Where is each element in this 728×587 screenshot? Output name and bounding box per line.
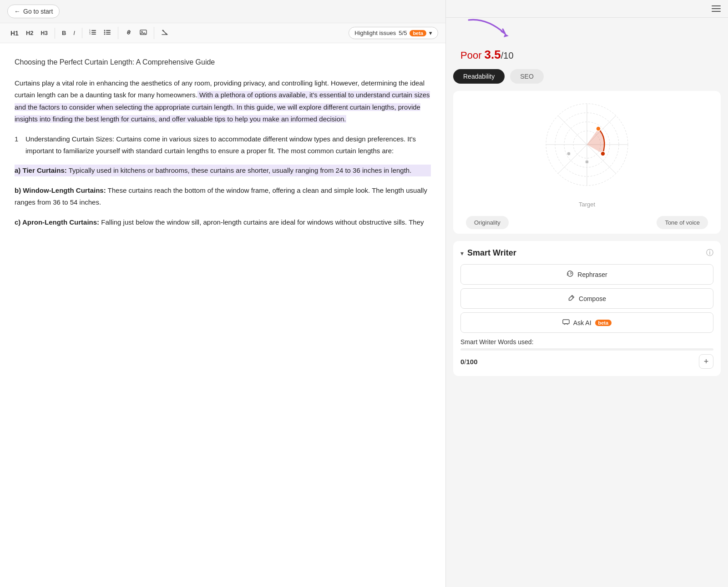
smart-writer-title: Smart Writer (467, 248, 516, 258)
list-item-1-text: Understanding Curtain Sizes: Curtains co… (25, 133, 431, 157)
rephraser-label: Rephraser (577, 271, 607, 278)
score-display: Poor 3.5/10 (460, 48, 717, 62)
link-button[interactable] (122, 27, 136, 39)
clear-format-button[interactable] (158, 27, 172, 39)
apron-text: Falling just below the window sill, apro… (99, 218, 424, 226)
svg-point-9 (104, 30, 105, 31)
compose-button[interactable]: Compose (460, 288, 713, 309)
svg-rect-6 (106, 30, 111, 31)
right-panel: Poor 3.5/10 Readability SEO (446, 0, 728, 587)
readability-tab[interactable]: Readability (453, 69, 505, 84)
window-label: b) Window-Length Curtains: (15, 186, 106, 194)
arrow-decoration (460, 15, 532, 50)
score-section: Poor 3.5/10 (446, 18, 728, 65)
document-title: Choosing the Perfect Curtain Length: A C… (15, 56, 431, 68)
svg-point-10 (104, 32, 105, 33)
radar-chart (460, 95, 713, 199)
analysis-tabs: Readability SEO (446, 65, 728, 91)
toolbar: H1 H2 H3 B I 123 (0, 23, 445, 43)
svg-rect-1 (91, 32, 96, 33)
rephraser-button[interactable]: Rephraser (460, 264, 713, 285)
tier-text: Typically used in kitchens or bathrooms,… (67, 166, 412, 174)
ask-ai-label: Ask AI (573, 319, 592, 326)
tier-curtains-item: a) Tier Curtains: Typically used in kitc… (15, 165, 431, 176)
h1-button[interactable]: H1 (7, 28, 22, 39)
smart-writer-title-row: ▾ Smart Writer (460, 248, 516, 258)
clear-group (158, 27, 175, 39)
words-count-row: 0/100 + (460, 354, 713, 369)
smart-writer-section: ▾ Smart Writer ⓘ Rephraser Compose Ask A… (453, 241, 721, 376)
insert-group (122, 27, 154, 39)
apron-length-item: c) Apron-Length Curtains: Falling just b… (15, 216, 431, 228)
svg-point-22 (596, 126, 601, 131)
list-num-1: 1 (15, 133, 22, 157)
window-length-item: b) Window-Length Curtains: These curtain… (15, 185, 431, 209)
svg-point-13 (141, 31, 142, 32)
svg-rect-8 (106, 34, 111, 35)
svg-point-23 (601, 151, 605, 156)
apron-label: c) Apron-Length Curtains: (15, 218, 99, 226)
top-bar: ← Go to start (0, 0, 445, 23)
words-total-num: 100 (466, 358, 478, 366)
compose-label: Compose (579, 295, 606, 302)
words-used-num: 0 (460, 358, 464, 366)
target-label: Target (579, 201, 595, 208)
compose-icon (568, 294, 575, 303)
editor-area[interactable]: Choosing the Perfect Curtain Length: A C… (0, 43, 445, 587)
list-item-1: 1 Understanding Curtain Sizes: Curtains … (15, 133, 431, 157)
go-to-start-button[interactable]: ← Go to start (7, 5, 60, 18)
add-words-button[interactable]: + (699, 354, 713, 369)
svg-point-11 (104, 34, 105, 35)
svg-rect-26 (563, 320, 569, 324)
svg-text:3: 3 (89, 32, 91, 35)
ask-ai-beta-badge: beta (595, 320, 612, 326)
beta-badge: beta (410, 30, 426, 36)
originality-tab[interactable]: Originality (466, 216, 509, 229)
left-panel: ← Go to start H1 H2 H3 B I 123 (0, 0, 446, 587)
paragraph-1: Curtains play a vital role in enhancing … (15, 77, 431, 125)
svg-rect-0 (91, 30, 96, 31)
info-icon[interactable]: ⓘ (706, 248, 713, 258)
unordered-list-button[interactable] (101, 27, 114, 39)
image-button[interactable] (136, 27, 150, 39)
highlight-issues-button[interactable]: Highlight issues 5/5 beta ▾ (349, 27, 438, 39)
svg-point-24 (585, 160, 589, 164)
ordered-list-button[interactable]: 123 (86, 27, 100, 39)
radar-container: Target Originality Tone of voice (453, 91, 721, 234)
words-count-display: 0/100 (460, 358, 478, 366)
score-label: Poor (460, 50, 481, 61)
radar-bottom-tabs: Originality Tone of voice (460, 211, 713, 234)
ask-ai-icon (562, 318, 570, 327)
bold-button[interactable]: B (59, 28, 69, 38)
svg-rect-7 (106, 32, 111, 33)
smart-writer-header: ▾ Smart Writer ⓘ (460, 248, 713, 258)
seo-tab[interactable]: SEO (510, 69, 544, 84)
h2-button[interactable]: H2 (23, 28, 37, 38)
words-used-label: Smart Writer Words used: (460, 338, 713, 346)
chevron-down-icon: ▾ (429, 30, 432, 36)
highlight-count: 5/5 (399, 30, 407, 36)
rephraser-icon (566, 270, 574, 279)
list-group: 123 (86, 27, 118, 39)
h3-button[interactable]: H3 (38, 28, 51, 38)
menu-icon[interactable] (712, 5, 721, 12)
heading-group: H1 H2 H3 (7, 28, 55, 39)
svg-point-25 (567, 152, 571, 156)
italic-button[interactable]: I (70, 28, 78, 38)
format-group: B I (59, 28, 82, 38)
highlight-issues-label: Highlight issues (354, 30, 396, 36)
words-progress-bar (460, 348, 713, 351)
arrow-left-icon: ← (14, 8, 20, 15)
ask-ai-button[interactable]: Ask AI beta (460, 312, 713, 333)
go-to-start-label: Go to start (23, 8, 53, 15)
tier-label: a) Tier Curtains: (15, 166, 67, 174)
collapse-icon[interactable]: ▾ (460, 250, 464, 257)
score-number: 3.5 (485, 48, 501, 61)
score-denom: /10 (501, 50, 514, 60)
svg-rect-2 (91, 34, 96, 35)
tone-of-voice-tab[interactable]: Tone of voice (657, 216, 708, 229)
